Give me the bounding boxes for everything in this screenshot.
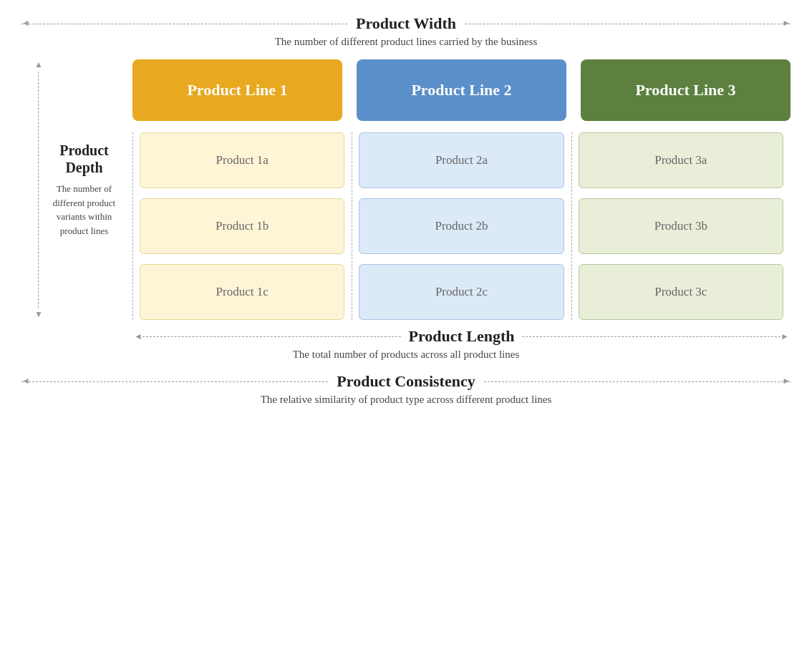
length-line-left [142,336,401,337]
product-width-label: Product Width [347,14,465,33]
product-item-1b: Product 1b [140,198,344,254]
consistency-line-right: ► [484,381,791,382]
product-consistency-label: Product Consistency [328,372,483,391]
product-item-2a: Product 2a [359,132,564,188]
product-column-2: Product 2a Product 2b Product 2c [352,132,571,320]
length-line-right [522,336,780,337]
product-consistency-arrow-row: ◄ Product Consistency ► [21,372,791,391]
width-line-left: ◄ [21,24,347,24]
product-depth-title: ProductDepth [43,142,125,176]
product-line-3-box: Product Line 3 [581,59,791,121]
depth-vertical-line [38,72,39,308]
product-consistency-section: ◄ Product Consistency ► The relative sim… [21,372,791,406]
product-item-3c: Product 3c [579,264,783,320]
depth-arrow-vertical: ▲ ▼ [34,59,43,320]
product-length-label: Product Length [401,327,521,346]
product-length-arrow-row: ◄ Product Length ► [21,327,791,346]
product-width-section: ◄ Product Width ► The number of differen… [21,14,791,48]
width-line-right: ► [465,24,791,24]
depth-text-block: ProductDepth The number of different pro… [43,142,125,238]
product-width-arrow-row: ◄ Product Width ► [21,14,791,33]
product-consistency-subtitle: The relative similarity of product type … [21,394,791,406]
product-length-section: ◄ Product Length ► The total number of p… [21,327,791,361]
product-length-subtitle: The total number of products across all … [21,349,791,361]
product-depth-subtitle: The number of different product variants… [43,182,125,238]
product-items-section: Product 1a Product 1b Product 1c Product… [132,132,791,320]
depth-arrow-up-icon: ▲ [34,59,43,70]
product-lines-row: Product Line 1 Product Line 2 Product Li… [132,59,791,121]
product-item-2c: Product 2c [359,264,564,320]
product-width-subtitle: The number of different product lines ca… [21,36,791,48]
depth-arrow-down-icon: ▼ [34,309,43,320]
product-column-1: Product 1a Product 1b Product 1c [132,132,352,320]
product-column-3: Product 3a Product 3b Product 3c [571,132,791,320]
diagram-area: ▲ ▼ ProductDepth The number of different… [21,59,791,320]
product-item-1c: Product 1c [140,264,344,320]
product-depth-col: ▲ ▼ ProductDepth The number of different… [21,59,132,320]
product-item-3b: Product 3b [579,198,783,254]
product-item-3a: Product 3a [579,132,783,188]
product-line-1-box: Product Line 1 [132,59,342,121]
product-grid: Product Line 1 Product Line 2 Product Li… [132,59,791,320]
product-item-2b: Product 2b [359,198,564,254]
length-arrow-right-icon: ► [780,331,791,342]
product-line-2-box: Product Line 2 [357,59,566,121]
product-item-1a: Product 1a [140,132,344,188]
consistency-line-left: ◄ [21,381,328,382]
length-arrow-left-icon: ◄ [132,331,142,342]
